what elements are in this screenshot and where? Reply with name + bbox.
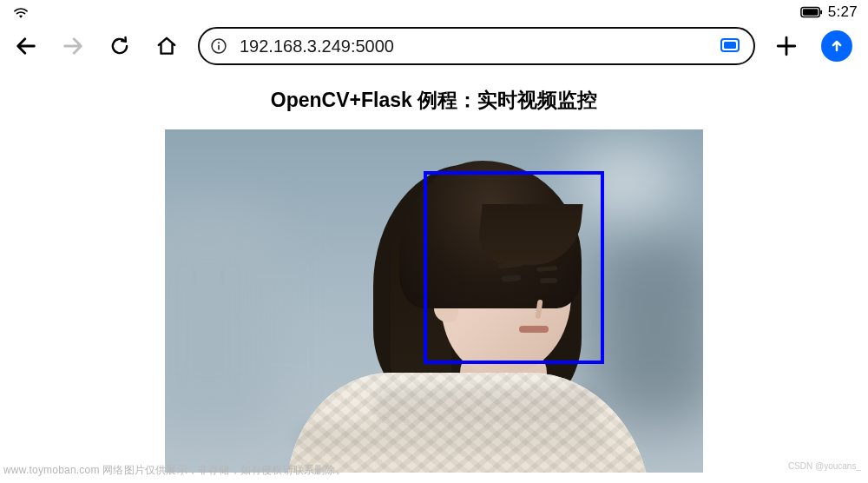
site-info-icon[interactable] — [210, 37, 227, 55]
arrow-right-icon — [61, 34, 85, 58]
cast-indicator-icon[interactable] — [719, 37, 741, 55]
forward-button[interactable] — [57, 30, 89, 62]
sync-button[interactable] — [821, 30, 852, 62]
new-tab-button[interactable] — [771, 30, 802, 62]
browser-toolbar: 192.168.3.249:5000 — [0, 23, 868, 73]
url-bar[interactable]: 192.168.3.249:5000 — [198, 27, 755, 65]
page-title: OpenCV+Flask 例程：实时视频监控 — [0, 87, 868, 114]
home-icon — [155, 35, 178, 57]
watermark-left: www.toymoban.com 网络图片仅供展示，非存储，如有侵权请联系删除。 — [3, 463, 346, 478]
reload-icon — [108, 35, 131, 57]
video-frame — [165, 129, 703, 473]
battery-icon — [800, 6, 823, 18]
watermark-right: CSDN @youcans_ — [788, 461, 861, 471]
reload-button[interactable] — [104, 30, 135, 62]
status-right: 5:27 — [800, 3, 858, 21]
home-button[interactable] — [151, 30, 182, 62]
plus-icon — [775, 35, 798, 57]
video-container — [165, 129, 703, 473]
wifi-icon — [12, 5, 30, 19]
svg-rect-7 — [724, 42, 736, 49]
upload-arrow-icon — [828, 37, 845, 55]
svg-rect-2 — [820, 10, 822, 15]
status-bar: 5:27 — [0, 0, 868, 23]
svg-rect-5 — [218, 45, 220, 50]
clock-time: 5:27 — [828, 3, 858, 21]
svg-point-4 — [218, 42, 220, 43]
url-text: 192.168.3.249:5000 — [240, 36, 707, 56]
page-content: OpenCV+Flask 例程：实时视频监控 — [0, 87, 868, 473]
back-button[interactable] — [10, 30, 42, 62]
svg-rect-1 — [802, 9, 818, 15]
status-left — [12, 5, 30, 19]
arrow-left-icon — [14, 34, 38, 58]
